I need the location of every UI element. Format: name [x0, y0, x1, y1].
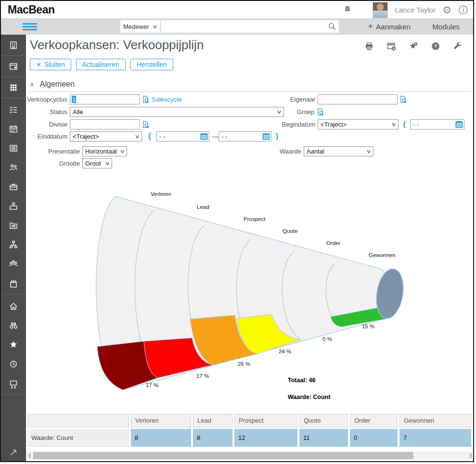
favourite-star-icon[interactable] [409, 41, 418, 51]
sidebar-item-favourites[interactable] [1, 335, 26, 354]
value-cell-prospect[interactable]: 12 [234, 429, 297, 447]
add-window-icon[interactable] [386, 41, 396, 51]
header-cell-verloren: Verloren [131, 414, 191, 427]
actualiseren-button[interactable]: Actualiseren [76, 59, 126, 70]
value-cell-quote[interactable]: 11 [299, 429, 348, 447]
settings-gear-icon[interactable]: ⚙ [442, 5, 451, 15]
calendar-icon [9, 124, 18, 134]
waarde-select[interactable]: Aantal∨ [304, 146, 373, 156]
einddatum-prev-chevron[interactable]: ⟨ [148, 131, 152, 142]
divisie-input[interactable] [70, 119, 140, 129]
sidebar-item-organisation[interactable] [1, 235, 26, 254]
search-icon[interactable] [328, 22, 336, 31]
salescycle-lookup-icon[interactable] [142, 95, 150, 103]
calendar-picker-icon[interactable] [262, 133, 270, 140]
verkoopcyclus-input[interactable]: 1 [70, 94, 140, 104]
wrench-icon[interactable] [453, 41, 463, 51]
sidebar-item-sales[interactable] [1, 177, 26, 196]
scroll-right-arrow[interactable]: ❯ [467, 453, 473, 458]
sidebar-item-grid[interactable] [1, 77, 26, 98]
groep-lookup-icon[interactable] [317, 108, 325, 116]
print-icon[interactable] [364, 41, 374, 51]
user-avatar[interactable] [373, 2, 388, 18]
expand-arrow-icon [9, 448, 18, 457]
einddatum-next-chevron[interactable]: ⟩ [275, 131, 279, 142]
search-input[interactable] [161, 20, 328, 33]
modules-button[interactable]: Modules [432, 23, 460, 31]
sidebar-item-campaign[interactable] [1, 196, 26, 216]
einddatum-date1-input[interactable]: - - [156, 131, 209, 142]
presentatie-select[interactable]: Horizontaal∨ [82, 146, 127, 156]
sidebar-item-calendar[interactable] [1, 119, 26, 139]
sidebar-item-products[interactable] [1, 273, 26, 295]
sidebar-item-find[interactable] [1, 316, 26, 335]
sidebar-item-people[interactable] [1, 254, 26, 273]
sidebar-item-checklist[interactable] [1, 100, 26, 119]
groep-label: Groep [257, 107, 314, 117]
percent-label: 0 % [322, 336, 332, 342]
sluiten-button[interactable]: ✕ Sluiten [30, 59, 71, 70]
sidebar-item-home[interactable] [1, 296, 26, 316]
einddatum-date2-input[interactable]: - - [219, 131, 271, 142]
dashboard-icon [9, 62, 18, 71]
eigenaar-lookup-icon[interactable] [399, 95, 408, 103]
horizontal-scrollbar[interactable]: ❮ ❯ [26, 451, 473, 460]
sidebar-item-history[interactable] [1, 354, 26, 374]
chevron-down-icon: ∨ [152, 24, 158, 30]
people-group-icon [9, 259, 18, 269]
einddatum-select-value: <Traject> [73, 133, 99, 140]
help-icon[interactable]: ? [431, 41, 440, 51]
date-range-dash: — [212, 131, 219, 142]
herstellen-button[interactable]: Herstellen [130, 59, 173, 70]
pipeline-funnel-chart: Verloren Lead Prospect Quote Order Gewon… [27, 188, 473, 410]
algemeen-section-header[interactable]: ∧ Algemeen [30, 80, 75, 89]
notifications-bell-icon[interactable] [343, 5, 352, 14]
sidebar-expand-button[interactable] [1, 442, 26, 462]
value-cell-order[interactable]: 0 [350, 429, 398, 447]
status-label: Status [26, 107, 67, 117]
search-entity-value: Medewer [123, 23, 149, 30]
header-cell-empty [27, 414, 129, 427]
begindatum-select-value: <Traject> [321, 121, 347, 128]
sidebar-item-dashboard[interactable] [1, 56, 26, 77]
global-search [161, 20, 339, 33]
value-cell-gewonnen[interactable]: 7 [399, 429, 471, 447]
calendar-picker-icon[interactable] [200, 133, 208, 140]
value-cell-verloren[interactable]: 8 [131, 429, 191, 447]
scroll-left-arrow[interactable]: ❮ [26, 453, 33, 458]
calendar-picker-icon[interactable] [455, 121, 463, 128]
user-name[interactable]: Lance Taylor [395, 6, 436, 14]
sidebar-item-presentation[interactable] [1, 374, 26, 395]
salescycle-link[interactable]: Salescycle [152, 94, 181, 105]
segment-label: Prospect [244, 216, 266, 222]
sidebar-item-contacts[interactable] [1, 158, 26, 177]
divisie-lookup-icon[interactable] [142, 120, 150, 129]
sidebar-item-company[interactable] [1, 35, 26, 56]
sidebar-item-documents[interactable] [1, 216, 26, 235]
collapse-chevron-icon: ∧ [30, 81, 34, 88]
begindatum-date-input[interactable]: - - [410, 119, 464, 129]
briefcase-icon [9, 182, 18, 192]
home-icon [9, 301, 18, 311]
chevron-down-icon: ∨ [119, 148, 125, 155]
app-logo: MacBean [8, 3, 54, 16]
percent-label: 26 % [238, 361, 250, 367]
plus-icon: + [368, 21, 373, 32]
search-entity-select[interactable]: Medewer ∨ [120, 20, 160, 33]
status-select[interactable]: Alle∨ [70, 107, 284, 117]
eigenaar-input[interactable] [318, 94, 398, 104]
einddatum-select[interactable]: <Traject>∨ [70, 131, 142, 142]
sidebar-item-list[interactable] [1, 139, 26, 158]
scrollbar-track[interactable] [33, 451, 467, 460]
waarde-label: Waarde [247, 146, 301, 157]
info-icon[interactable] [458, 5, 468, 15]
org-chart-icon [9, 240, 18, 249]
begindatum-select[interactable]: <Traject>∨ [318, 119, 399, 129]
aanmaken-button[interactable]: + Aanmaken [368, 21, 411, 32]
scrollbar-thumb[interactable] [33, 452, 413, 459]
begindatum-prev-chevron[interactable]: ⟨ [402, 119, 406, 130]
value-cell-lead[interactable]: 8 [193, 429, 232, 447]
hamburger-menu-icon[interactable] [23, 22, 37, 32]
svg-text:?: ? [434, 43, 437, 49]
grootte-select[interactable]: Groot∨ [82, 158, 112, 168]
